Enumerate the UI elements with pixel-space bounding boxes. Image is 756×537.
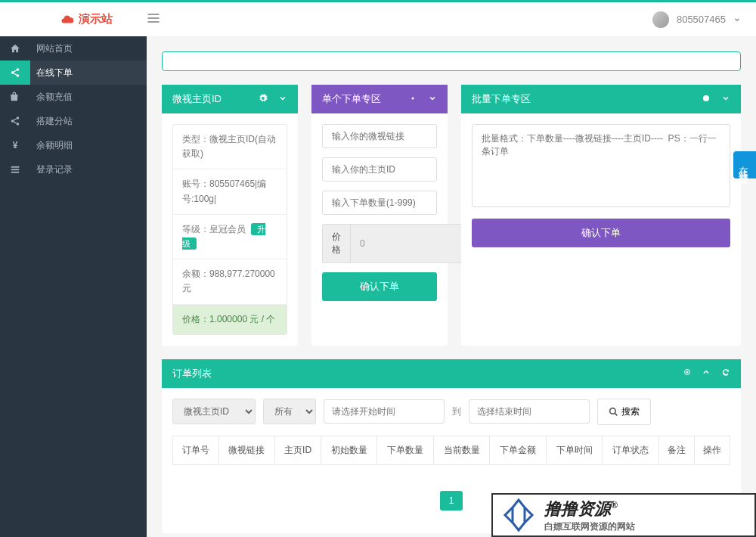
table-header: 主页ID [275, 436, 321, 464]
sidebar-item-label: 在线下单 [30, 67, 73, 79]
order-filters: 微视主页ID 所有 到 搜索 [162, 388, 741, 436]
table-header: 订单状态 [603, 436, 659, 464]
topbar: 演示站 805507465 [0, 0, 756, 36]
chevron-up-icon[interactable] [702, 368, 711, 377]
table-header: 下单数量 [377, 436, 434, 464]
watermark-logo-icon [500, 497, 537, 533]
sidebar-item-label: 网站首页 [30, 42, 73, 55]
chevron-down-icon [733, 16, 741, 23]
svg-point-14 [686, 371, 688, 374]
chevron-down-icon[interactable] [278, 94, 287, 103]
submit-single-order-button[interactable]: 确认下单 [322, 272, 437, 301]
panel-account-info: 微视主页ID 类型：微视主页ID(自动获取) 账号：805507465|编号:1… [162, 85, 298, 346]
price-display: 价格 元 [322, 224, 437, 263]
svg-point-15 [610, 408, 616, 414]
cloud-icon [60, 13, 74, 26]
brand-logo[interactable]: 演示站 [60, 12, 113, 26]
svg-rect-10 [11, 169, 20, 170]
gear-icon[interactable] [683, 368, 692, 377]
orders-table: 订单号微视链接主页ID初始数量下单数量当前数量下单金额下单时间订单状态备注操作 [172, 436, 730, 465]
watermark: 撸撸资源® 白嫖互联网资源的网站 [491, 493, 756, 537]
filter-status-select[interactable]: 所有 [263, 399, 316, 424]
sidebar-item-substation[interactable]: 搭建分站 [0, 109, 147, 133]
svg-point-7 [11, 120, 14, 123]
start-date-input[interactable] [324, 399, 445, 424]
svg-point-6 [17, 116, 20, 120]
sidebar-item-balance[interactable]: ¥ 余额明细 [0, 133, 147, 157]
svg-rect-9 [11, 166, 20, 168]
info-type: 类型：微视主页ID(自动获取) [173, 125, 287, 169]
weishi-link-input[interactable] [322, 124, 437, 148]
to-label: 到 [452, 405, 461, 418]
panel-header: 单个下单专区 [311, 85, 448, 113]
svg-point-4 [11, 71, 14, 74]
svg-point-3 [17, 68, 20, 71]
hamburger-icon [146, 11, 161, 26]
sidebar-item-recharge[interactable]: 余额充值 [0, 85, 147, 109]
sidebar-item-order[interactable]: 在线下单 [0, 61, 147, 85]
panel-title: 单个下单专区 [322, 92, 401, 106]
svg-point-13 [703, 95, 709, 101]
info-level: 等级：皇冠会员 升级 [173, 215, 287, 259]
chevron-down-icon[interactable] [428, 94, 437, 103]
panel-header: 批量下单专区 [461, 85, 741, 113]
info-price: 价格：1.000000 元 / 个 [173, 305, 287, 334]
quantity-input[interactable] [322, 191, 437, 215]
svg-rect-11 [11, 172, 20, 173]
filter-type-select[interactable]: 微视主页ID [172, 399, 256, 424]
info-balance: 余额：988,977.270000 元 [173, 259, 287, 304]
share-alt-icon [10, 116, 20, 126]
svg-point-8 [17, 123, 20, 126]
yen-icon: ¥ [13, 140, 18, 151]
panel-batch-order: 批量下单专区 确认下单 [461, 85, 741, 346]
share-icon [10, 67, 20, 78]
table-header: 下单时间 [546, 436, 603, 464]
svg-point-5 [17, 74, 20, 77]
info-account: 账号：805507465|编号:100g| [173, 169, 287, 214]
panel-title: 微视主页ID [172, 92, 251, 106]
panel-header: 订单列表 [162, 359, 741, 388]
main-content: 微视主页ID 类型：微视主页ID(自动获取) 账号：805507465|编号:1… [147, 36, 756, 537]
gear-icon[interactable] [259, 94, 268, 103]
submit-batch-order-button[interactable]: 确认下单 [472, 219, 730, 247]
online-support-tab[interactable]: 在线客服 [733, 151, 756, 178]
svg-line-16 [615, 413, 617, 415]
sidebar-item-label: 余额充值 [30, 91, 73, 104]
svg-point-12 [412, 97, 414, 99]
table-header: 备注 [658, 436, 694, 464]
sidebar-item-label: 登录记录 [30, 163, 73, 176]
panel-header: 微视主页ID [162, 85, 298, 113]
search-icon [609, 407, 618, 417]
panel-title: 批量下单专区 [472, 92, 694, 106]
home-icon [10, 43, 20, 54]
table-header: 操作 [694, 436, 730, 464]
homepage-id-input[interactable] [322, 157, 437, 182]
sidebar: 网站首页 在线下单 余额充值 搭建分站 ¥ 余额明细 登录记录 [0, 36, 147, 537]
batch-order-textarea[interactable] [472, 124, 730, 207]
table-header: 下单金额 [490, 436, 547, 464]
avatar [652, 11, 669, 28]
user-menu[interactable]: 805507465 [652, 11, 741, 28]
list-icon [10, 164, 20, 175]
bag-icon [10, 92, 20, 102]
table-header: 当前数量 [433, 436, 490, 464]
chevron-down-icon[interactable] [721, 94, 730, 103]
gear-icon[interactable] [408, 94, 417, 103]
search-button[interactable]: 搜索 [597, 399, 651, 425]
sidebar-item-home[interactable]: 网站首页 [0, 36, 147, 61]
menu-toggle[interactable] [146, 11, 161, 28]
panel-single-order: 单个下单专区 价格 元 确认下单 [311, 85, 448, 346]
table-header: 订单号 [173, 436, 219, 464]
table-header: 微视链接 [218, 436, 275, 464]
refresh-icon[interactable] [721, 368, 730, 377]
sidebar-item-label: 余额明细 [30, 139, 73, 152]
alert-bar [162, 51, 741, 71]
sidebar-item-label: 搭建分站 [30, 115, 73, 128]
table-header: 初始数量 [321, 436, 377, 464]
gear-icon[interactable] [702, 94, 711, 103]
brand-name: 演示站 [79, 12, 113, 26]
end-date-input[interactable] [469, 399, 590, 424]
page-button[interactable]: 1 [440, 491, 463, 511]
panel-title: 订单列表 [172, 367, 675, 380]
sidebar-item-loginlog[interactable]: 登录记录 [0, 157, 147, 182]
